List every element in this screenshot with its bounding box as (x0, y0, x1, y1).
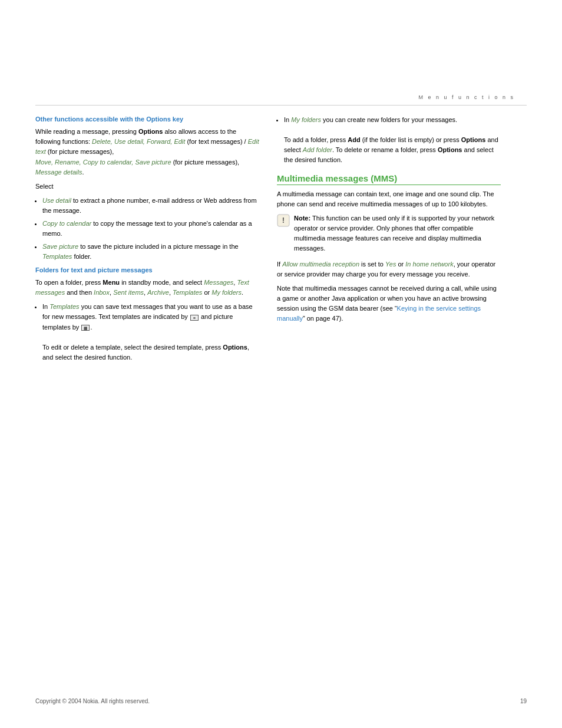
my-folders-bullet-list: In My folders you can create new folders… (284, 115, 501, 165)
page: M e n u f u n c t i o n s Other function… (0, 0, 562, 728)
bullet-save-picture: Save picture to save the picture include… (42, 242, 259, 262)
bullet-my-folders: In My folders you can create new folders… (284, 115, 501, 165)
bullet-copy-calendar: Copy to calendar to copy the message tex… (42, 219, 259, 239)
mms-note-para: Note that multimedia messages cannot be … (277, 284, 501, 324)
note-text-para: Note: This function can be used only if … (294, 213, 501, 253)
note-box: ! Note: This function can be used only i… (277, 213, 501, 253)
mms-intro-para: A multimedia message can contain text, o… (277, 189, 501, 209)
folders-bullet-list: In Templates you can save text messages … (42, 302, 259, 362)
right-column: In My folders you can create new folders… (277, 115, 501, 367)
left-column: Other functions accessible with the Opti… (35, 115, 259, 367)
other-functions-heading: Other functions accessible with the Opti… (35, 115, 259, 124)
menu-functions-label: M e n u f u n c t i o n s (418, 94, 515, 100)
note-icon: ! (277, 214, 290, 227)
select-label: Select (35, 182, 259, 192)
svg-text:!: ! (282, 216, 285, 225)
folders-intro-para: To open a folder, press Menu in standby … (35, 278, 259, 298)
picture-template-icon: ▦ (81, 325, 90, 331)
text-template-icon: ≡ (190, 315, 199, 321)
section1-intro-para: While reading a message, pressing Option… (35, 127, 259, 177)
bullet-templates: In Templates you can save text messages … (42, 302, 259, 362)
footer: Copyright © 2004 Nokia. All rights reser… (0, 698, 562, 704)
options-bullet-list: Use detail to extract a phone number, e-… (42, 196, 259, 262)
content-area: Other functions accessible with the Opti… (0, 106, 562, 378)
mms-reception-para: If Allow multimedia reception is set to … (277, 259, 501, 279)
bullet-use-detail: Use detail to extract a phone number, e-… (42, 196, 259, 216)
footer-copyright: Copyright © 2004 Nokia. All rights reser… (35, 698, 150, 704)
header-menu-label: M e n u f u n c t i o n s (0, 0, 562, 105)
note-svg-icon: ! (277, 214, 290, 227)
footer-page-number: 19 (520, 698, 527, 704)
folders-heading: Folders for text and picture messages (35, 266, 259, 275)
mms-section-title: Multimedia messages (MMS) (277, 173, 501, 185)
